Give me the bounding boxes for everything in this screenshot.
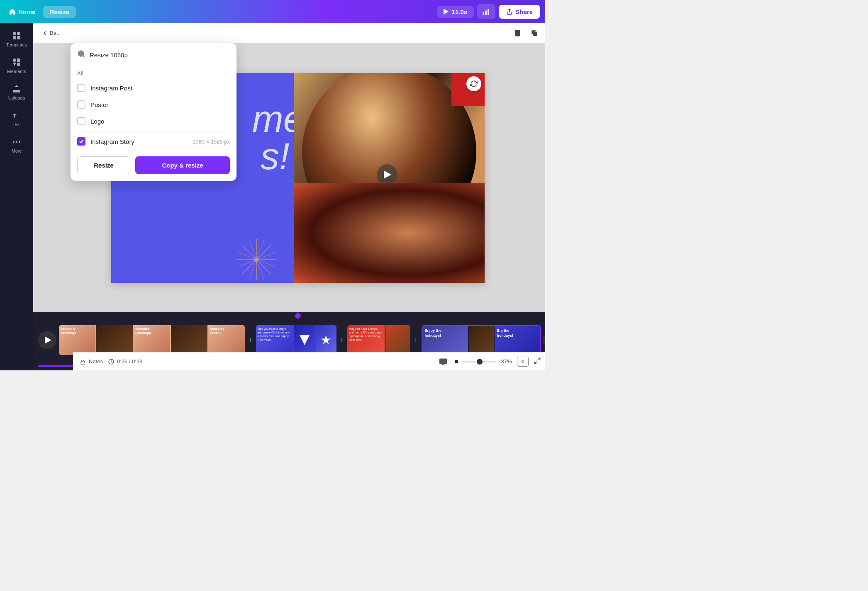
clip-thumb-4c: Enj theholidays! <box>495 326 540 355</box>
clip-star-icon <box>300 335 310 345</box>
sidebar: Templates Elements Uploads T Text More <box>0 23 33 370</box>
dropdown-item-poster[interactable]: Poster <box>77 96 230 113</box>
svg-rect-0 <box>483 12 484 15</box>
svg-rect-4 <box>17 32 20 35</box>
dropdown-divider <box>77 131 230 131</box>
video-play-button[interactable] <box>377 164 397 185</box>
svg-rect-6 <box>17 36 20 39</box>
resize-only-button[interactable]: Resize <box>77 156 130 174</box>
svg-rect-8 <box>17 58 20 62</box>
checkbox-poster[interactable] <box>77 100 85 109</box>
text-label: Text <box>12 122 21 127</box>
sidebar-item-uploads[interactable]: Uploads <box>0 80 33 105</box>
clip-group-4-selected[interactable]: Enjoy theholidays! Enj theholidays! <box>422 325 541 355</box>
resize-button[interactable]: Resize <box>43 6 76 18</box>
sidebar-item-templates[interactable]: Templates <box>0 27 33 51</box>
share-label: Share <box>515 8 533 15</box>
dropdown-item-instagram-story[interactable]: Instagram Story 1080 × 1920 px <box>77 133 230 150</box>
pages-count: 4 <box>521 359 524 365</box>
checkbox-instagram-post[interactable] <box>77 84 85 92</box>
canvas-text-s: s! <box>261 135 290 178</box>
checkbox-logo[interactable] <box>77 117 85 125</box>
clip-plus-1[interactable]: + <box>246 336 254 345</box>
clip-thumb-1d <box>171 325 207 355</box>
delete-button[interactable] <box>544 27 545 40</box>
dropdown-item-logo[interactable]: Logo <box>77 113 230 129</box>
svg-rect-5 <box>13 36 16 39</box>
slider-track <box>463 361 496 362</box>
clip-thumb-4b <box>469 326 494 355</box>
poster-label: Poster <box>90 101 225 108</box>
play-triangle-icon <box>444 9 449 15</box>
search-row <box>77 50 230 65</box>
logo-label: Logo <box>90 118 225 125</box>
clip-thumb-1b <box>96 325 133 355</box>
expand-button[interactable] <box>534 357 541 366</box>
sidebar-item-elements[interactable]: Elements <box>0 53 33 78</box>
timer-display: 0:26 / 0:29 <box>108 358 142 365</box>
svg-point-27 <box>78 51 84 56</box>
clip-plus-2[interactable]: + <box>338 336 346 345</box>
share-button[interactable]: Share <box>499 5 540 19</box>
clip-enjoy-text: Enjoy theholidays! <box>425 328 466 338</box>
clip-group-2[interactable]: May you have a bright and merry Christma… <box>256 325 336 355</box>
clip-plus-3[interactable]: + <box>412 336 420 345</box>
clip-text-3a: May you have a bright and merry Christma… <box>347 325 385 355</box>
clip-group-1[interactable]: Season'sGreetings Season'sGreetings Seas… <box>59 325 245 355</box>
templates-label: Templates <box>6 42 27 47</box>
sidebar-item-text[interactable]: T Text <box>0 106 33 131</box>
home-button[interactable]: Home <box>5 6 40 18</box>
svg-point-24 <box>254 258 258 262</box>
svg-point-11 <box>13 141 15 143</box>
timeline-play-button[interactable] <box>38 331 56 349</box>
zoom-percent: 37% <box>501 358 512 365</box>
clip-thumb-4a: Enjoy theholidays! <box>422 326 468 355</box>
clip-text-1c: Season'sGreetings <box>135 327 151 336</box>
pages-counter[interactable]: 4 <box>517 357 529 367</box>
back-button[interactable]: Ba... <box>38 28 64 38</box>
clip-group-3[interactable]: May you have a bright and merry Christma… <box>347 325 410 355</box>
canvas-toolbar: Ba... <box>33 23 545 43</box>
analytics-button[interactable] <box>477 4 495 19</box>
sidebar-item-more[interactable]: More <box>0 133 33 158</box>
more-label: More <box>11 148 22 153</box>
duplicate-button[interactable] <box>528 27 541 40</box>
search-icon <box>77 50 85 60</box>
zoom-slider[interactable] <box>463 361 496 362</box>
play-nav-button[interactable]: 11.0s <box>437 6 474 18</box>
copy-resize-button[interactable]: Copy & resize <box>135 156 230 174</box>
checkbox-instagram-story[interactable] <box>77 137 85 146</box>
playhead <box>295 313 300 317</box>
dropdown-section-label: All <box>77 70 230 76</box>
clip-enjoy-text-2: Enj theholidays! <box>497 328 538 338</box>
timer-label: 0:26 / 0:29 <box>117 358 142 365</box>
svg-point-13 <box>19 141 20 143</box>
refresh-button[interactable] <box>466 76 481 91</box>
timeline-add-clip-button[interactable]: + <box>543 333 545 348</box>
svg-rect-3 <box>13 32 16 35</box>
resize-search-input[interactable] <box>90 51 230 58</box>
photo-bottom <box>294 183 485 283</box>
dot-indicator <box>455 360 458 363</box>
clip-thumb-3b <box>385 325 410 355</box>
add-page-button[interactable] <box>511 27 524 40</box>
svg-rect-26 <box>439 359 446 364</box>
clip-thumb-1c: Season'sGreetings <box>134 325 170 355</box>
notes-button[interactable]: Notes <box>80 358 103 365</box>
clip-text-1e: Season'sCreeti... <box>210 327 224 336</box>
red-accent <box>451 73 485 106</box>
dropdown-item-instagram-post[interactable]: Instagram Post <box>77 80 230 96</box>
screen-icon <box>439 358 447 366</box>
clip-thumb-1a: Season'sGreetings <box>59 325 95 355</box>
svg-point-7 <box>13 58 16 62</box>
top-navigation: Home Resize 11.0s Share <box>0 0 545 23</box>
clip-thumb-3a: May you have a bright and merry Christma… <box>347 325 385 355</box>
home-label: Home <box>18 8 36 15</box>
resize-dropdown: All Instagram Post Poster Logo Instagram… <box>71 43 237 181</box>
clip-thumb-2b <box>294 325 315 355</box>
back-label: Ba... <box>50 30 61 36</box>
clip-thumb-2a: May you have a bright and merry Christma… <box>256 325 293 355</box>
svg-rect-2 <box>488 9 489 15</box>
clip-thumb-2c <box>316 325 336 355</box>
dropdown-actions: Resize Copy & resize <box>77 156 230 174</box>
